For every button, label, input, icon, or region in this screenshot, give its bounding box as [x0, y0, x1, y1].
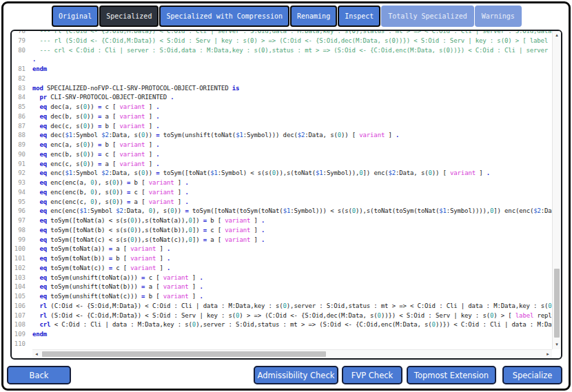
code-line: 86 eq dec(b, s(0)) = a [ variant ] . [12, 112, 552, 122]
code-line: 88 eq dec($1:Symbol $2:Data, s(0)) = toS… [12, 131, 552, 141]
code-text: eq enc(b, s(0)) = c [ variant ] . [32, 150, 159, 160]
code-text: eq toSym(unshift(toNat(a))) = c [ varian… [32, 274, 203, 283]
code-text: rl (C:Oid <- {S:Oid,M:Data}) < C:Oid : C… [32, 302, 552, 311]
tab-bar: OriginalSpecializedSpecialized with Comp… [52, 6, 522, 27]
code-text: --- crl < C:Oid : Cli | server : S:Oid,d… [32, 46, 552, 56]
code-line: 99 eq toSym([toNat(c) < s(s(0)),s(toNat(… [12, 236, 552, 245]
tab-inspect[interactable]: Inspect [338, 6, 380, 27]
line-number: 86 [12, 112, 32, 122]
code-text: eq toSym([toNat(a) < s(s(0)),s(toNat(a))… [32, 216, 265, 226]
vertical-scrollbar[interactable]: ▴ ▾ [552, 31, 561, 349]
code-text: . [32, 55, 36, 65]
line-number: 87 [12, 122, 32, 132]
line-number: 110 [12, 340, 32, 349]
code-line: 91 eq enc(c, s(0)) = a [ variant ] . [12, 160, 552, 169]
line-number: 95 [12, 198, 32, 207]
code-text: rl (S:Oid <- {C:Oid,M:Data}) < S:Oid : S… [32, 311, 552, 321]
line-number: 78 [12, 31, 32, 37]
code-line: 104 eq toSym(unshift(toNat(b))) = a [ va… [12, 282, 552, 292]
specialize-button[interactable]: Specialize [502, 366, 562, 384]
app-window: OriginalSpecializedSpecialized with Comp… [1, 1, 571, 391]
line-number: 104 [12, 282, 32, 292]
code-editor[interactable]: 78 --- rl (C:Oid <- {S:Oid,M:Data}) < C:… [10, 30, 562, 360]
topmost-extension-button[interactable]: Topmost Extension [407, 366, 496, 384]
code-text: endm [32, 330, 47, 340]
line-number: 88 [12, 131, 32, 141]
fvp-check-button[interactable]: FVP Check [342, 366, 402, 384]
line-number: 89 [12, 141, 32, 150]
code-line: 102 eq toSym(toNat(c)) = c [ variant ] . [12, 264, 552, 274]
tab-renaming[interactable]: Renaming [290, 6, 337, 27]
line-number: 81 [12, 65, 32, 74]
code-line: 98 eq toSym([toNat(b) < s(s(0)),s(toNat(… [12, 226, 552, 236]
code-line: 89 eq enc(a, s(0)) = b [ variant ] . [12, 141, 552, 150]
code-line: 80 --- crl < C:Oid : Cli | server : S:Oi… [12, 46, 552, 56]
tab-original[interactable]: Original [52, 6, 99, 27]
scroll-left-icon[interactable]: ◂ [32, 351, 41, 358]
code-line: 81endm [12, 65, 552, 74]
code-line: 83mod SPECIALIZED-noFVP-CLI-SRV-PROTOCOL… [12, 84, 552, 94]
code-text: mod SPECIALIZED-noFVP-CLI-SRV-PROTOCOL-O… [32, 84, 239, 94]
vertical-scroll-thumb[interactable] [554, 269, 560, 338]
code-text: eq dec(c, s(0)) = b [ variant ] . [32, 122, 159, 132]
horizontal-scroll-thumb[interactable] [42, 351, 326, 357]
code-text: eq toSym([toNat(c) < s(s(0)),s(toNat(c))… [32, 236, 265, 245]
line-number: 82 [12, 74, 32, 84]
code-line: 95 eq enc(enc(c, 0), s(0)) = a [ variant… [12, 198, 552, 207]
code-line: . [12, 55, 552, 65]
line-number: 99 [12, 236, 32, 245]
code-text: eq enc(enc($1:Symbol $2:Data, 0), s(0)) … [32, 207, 552, 216]
line-number: 90 [12, 150, 32, 160]
line-number: 100 [12, 245, 32, 254]
code-text: eq toSym([toNat(b) < s(s(0)),s(toNat(b))… [32, 226, 265, 236]
code-line: 101 eq toSym(toNat(b)) = b [ variant ] . [12, 254, 552, 264]
tab-specialized[interactable]: Specialized [99, 6, 159, 27]
line-number: 101 [12, 254, 32, 264]
tab-warnings: Warnings [475, 6, 522, 27]
code-line: 84 pr CLI-SRV-PROTOCOL-OBJECT-ORIENTED . [12, 93, 552, 103]
line-number: 84 [12, 93, 32, 103]
scroll-down-icon[interactable]: ▾ [553, 341, 561, 349]
code-text: eq toSym(unshift(toNat(c))) = b [ varian… [32, 292, 203, 302]
line-number: 97 [12, 216, 32, 226]
tab-totally-specialized: Totally Specialized [381, 6, 473, 27]
code-text: --- rl (C:Oid <- {S:Oid,M:Data}) < C:Oid… [32, 31, 552, 37]
line-number: 80 [12, 46, 32, 56]
scroll-right-icon[interactable]: ▸ [544, 351, 552, 358]
line-number: 85 [12, 103, 32, 112]
code-line: 103 eq toSym(unshift(toNat(a))) = c [ va… [12, 274, 552, 283]
scroll-up-icon[interactable]: ▴ [553, 32, 561, 39]
code-line: 97 eq toSym([toNat(a) < s(s(0)),s(toNat(… [12, 216, 552, 226]
code-text: eq toSym(toNat(b)) = b [ variant ] . [32, 254, 170, 264]
line-number: 96 [12, 207, 32, 216]
line-number: 102 [12, 264, 32, 274]
code-line: 82 [12, 74, 552, 84]
code-text: eq toSym(unshift(toNat(b))) = a [ varian… [32, 282, 203, 292]
tab-specialized-with-compression[interactable]: Specialized with Compression [159, 6, 289, 27]
line-number: 107 [12, 311, 32, 321]
code-text: eq enc(enc(c, 0), s(0)) = a [ variant ] … [32, 198, 189, 207]
horizontal-scrollbar[interactable]: ◂ ▸ [32, 349, 552, 358]
code-line: 85 eq dec(a, s(0)) = c [ variant ] . [12, 103, 552, 112]
code-line: 79 --- rl (S:Oid <- {C:Oid,M:Data}) < S:… [12, 37, 552, 46]
code-text: eq enc(a, s(0)) = b [ variant ] . [32, 141, 159, 150]
line-number: 109 [12, 330, 32, 340]
code-text: eq enc($1:Symbol $2:Data, s(0)) = toSym(… [32, 169, 490, 178]
line-number: 79 [12, 37, 32, 46]
code-text: eq enc(enc(a, 0), s(0)) = b [ variant ] … [32, 178, 189, 188]
code-text: eq toSym(toNat(a)) = a [ variant ] . [32, 245, 170, 254]
line-number [12, 55, 32, 65]
code-line: 87 eq dec(c, s(0)) = b [ variant ] . [12, 122, 552, 132]
back-button[interactable]: Back [7, 366, 71, 384]
code-line: 100 eq toSym(toNat(a)) = a [ variant ] . [12, 245, 552, 254]
line-number: 91 [12, 160, 32, 169]
line-number: 105 [12, 292, 32, 302]
code-line: 94 eq enc(enc(b, 0), s(0)) = c [ variant… [12, 188, 552, 198]
code-text: eq dec(b, s(0)) = a [ variant ] . [32, 112, 159, 122]
code-scroll-area: 78 --- rl (C:Oid <- {S:Oid,M:Data}) < C:… [12, 31, 552, 349]
code-text: crl < C:Oid : Cli | data : M:Data,key : … [32, 320, 552, 330]
admissibility-check-button[interactable]: Admissibility Check [254, 366, 338, 384]
line-number: 83 [12, 84, 32, 94]
code-text: eq toSym(toNat(c)) = c [ variant ] . [32, 264, 170, 274]
line-number: 93 [12, 178, 32, 188]
